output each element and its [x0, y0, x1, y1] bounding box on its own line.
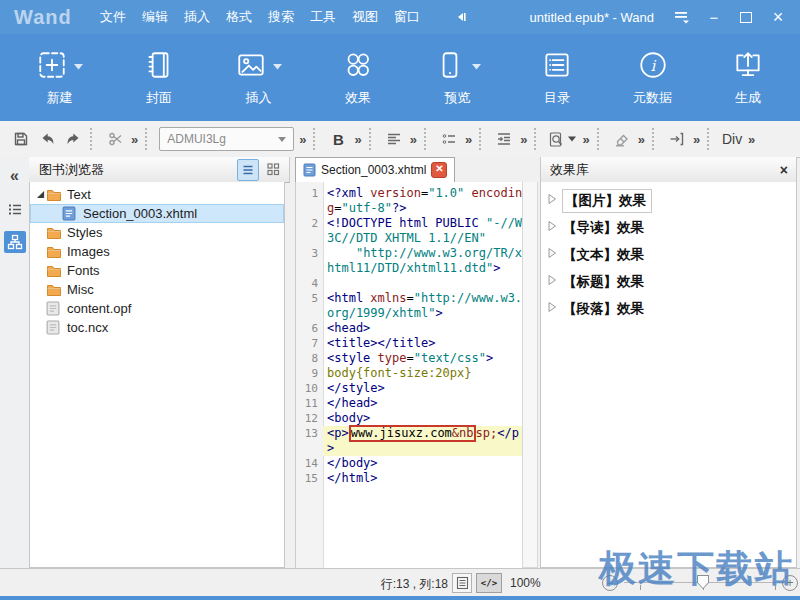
menu-item-6[interactable]: 工具 — [310, 8, 336, 26]
toolbar-grip[interactable] — [90, 128, 96, 150]
tree-item-text[interactable]: Text — [30, 185, 284, 204]
tree-item-misc[interactable]: Misc — [30, 280, 284, 299]
editor-vertical-scrollbar[interactable] — [522, 182, 538, 568]
overflow-chevron[interactable]: » — [693, 132, 700, 147]
expand-arrow-icon[interactable] — [547, 301, 563, 316]
code-line-10[interactable]: 10</style> — [296, 381, 524, 396]
effects-item-1[interactable]: 【图片】效果 — [541, 187, 796, 214]
toolbar-button-generate-export[interactable]: 生成 — [732, 48, 764, 107]
undo-button[interactable] — [34, 127, 60, 151]
toolbar-grip[interactable] — [313, 128, 319, 150]
close-button[interactable]: × — [764, 5, 792, 29]
code-line-14[interactable]: 14</body> — [296, 456, 524, 471]
code-line-1[interactable]: 1<?xml version="1.0" encoding="utf-8"?> — [296, 186, 524, 216]
font-family-select[interactable]: ADMUI3Lg — [159, 127, 294, 151]
tree-item-toc-ncx[interactable]: toc.ncx — [30, 318, 284, 337]
code-line-4[interactable]: 4 — [296, 276, 524, 291]
code-line-5[interactable]: 5<html xmlns="http://www.w3.org/1999/xht… — [296, 291, 524, 321]
window-menu-button[interactable] — [668, 5, 696, 29]
menu-item-7[interactable]: 视图 — [352, 8, 378, 26]
code-line-2[interactable]: 2<!DOCTYPE html PUBLIC "-//W3C//DTD XHTM… — [296, 216, 524, 246]
toolbar-grip[interactable] — [534, 128, 540, 150]
overflow-chevron[interactable]: » — [354, 132, 361, 147]
bold-button[interactable]: B — [325, 127, 351, 151]
menu-item-5[interactable]: 搜索 — [268, 8, 294, 26]
tree-expanded-icon[interactable] — [34, 190, 46, 199]
toolbar-grip[interactable] — [369, 128, 375, 150]
tab-close-icon[interactable]: ✕ — [431, 162, 447, 178]
toolbar-grip[interactable] — [145, 128, 151, 150]
code-view[interactable]: 1<?xml version="1.0" encoding="utf-8"?>2… — [295, 182, 524, 568]
redo-button[interactable] — [60, 127, 86, 151]
menu-item-2[interactable]: 编辑 — [142, 8, 168, 26]
expand-arrow-icon[interactable] — [547, 220, 563, 235]
code-line-6[interactable]: 6<head> — [296, 321, 524, 336]
menu-item-4[interactable]: 格式 — [226, 8, 252, 26]
minimize-button[interactable]: − — [700, 5, 728, 29]
cut-button[interactable] — [102, 127, 128, 151]
menu-item-1[interactable]: 文件 — [100, 8, 126, 26]
find-preview-button[interactable] — [546, 127, 579, 151]
effects-item-2[interactable]: 【导读】效果 — [541, 214, 796, 241]
overflow-chevron[interactable]: » — [520, 132, 527, 147]
list-button[interactable] — [436, 127, 462, 151]
tree-item-fonts[interactable]: Fonts — [30, 261, 284, 280]
overflow-chevron[interactable]: » — [465, 132, 472, 147]
code-view-button[interactable]: </> — [476, 573, 502, 593]
expand-arrow-icon[interactable] — [547, 274, 563, 289]
overflow-chevron[interactable]: » — [638, 132, 645, 147]
indent-button[interactable] — [491, 127, 517, 151]
toolbar-button-new-document[interactable]: 新建 — [36, 48, 83, 107]
overflow-chevron[interactable]: » — [582, 132, 589, 147]
div-button[interactable]: Div — [719, 127, 745, 151]
toolbar-grip[interactable] — [479, 128, 485, 150]
overflow-chevron[interactable]: » — [299, 132, 306, 147]
overflow-chevron[interactable]: » — [748, 132, 755, 147]
effects-close-icon[interactable]: × — [780, 162, 788, 178]
code-line-7[interactable]: 7<title></title> — [296, 336, 524, 351]
menu-item-8[interactable]: 窗口 — [394, 8, 420, 26]
tree-item-images[interactable]: Images — [30, 242, 284, 261]
toolbar-button-metadata-info[interactable]: i元数据 — [633, 48, 672, 107]
tab-section-0003[interactable]: Section_0003.xhtml ✕ — [295, 157, 455, 182]
toolbar-button-preview-phone[interactable]: 预览 — [434, 48, 481, 107]
overflow-chevron[interactable]: » — [410, 132, 417, 147]
toolbar-button-effects-clover[interactable]: 效果 — [342, 48, 374, 107]
book-view-button[interactable] — [452, 573, 472, 593]
toolbar-grip[interactable] — [652, 128, 658, 150]
overflow-chevron[interactable]: » — [131, 132, 138, 147]
toolbar-grip[interactable] — [424, 128, 430, 150]
expand-arrow-icon[interactable] — [547, 247, 563, 262]
toolbar-button-insert-image[interactable]: 插入 — [235, 48, 282, 107]
structure-view-button[interactable] — [4, 231, 26, 253]
insert-panel-button[interactable] — [664, 127, 690, 151]
toolbar-grip[interactable] — [707, 128, 713, 150]
code-line-11[interactable]: 11</head> — [296, 396, 524, 411]
maximize-button[interactable] — [732, 5, 760, 29]
code-line-3[interactable]: 3 "http://www.w3.org/TR/xhtml11/DTD/xhtm… — [296, 246, 524, 276]
align-button[interactable] — [381, 127, 407, 151]
erase-format-button[interactable] — [609, 127, 635, 151]
effects-item-3[interactable]: 【文本】效果 — [541, 241, 796, 268]
code-line-9[interactable]: 9body{font-size:20px} — [296, 366, 524, 381]
code-line-8[interactable]: 8<style type="text/css"> — [296, 351, 524, 366]
grid-view-button[interactable] — [263, 159, 283, 179]
toolbar-button-cover-book[interactable]: 封面 — [143, 48, 175, 107]
collapse-toolbar-button[interactable] — [454, 10, 468, 24]
expand-arrow-icon[interactable] — [547, 193, 563, 208]
code-line-13[interactable]: 13<p>www.jisuxz.com&nbsp;</p> — [296, 426, 524, 456]
code-line-12[interactable]: 12<body> — [296, 411, 524, 426]
collapse-panel-button[interactable]: « — [4, 165, 26, 187]
code-line-15[interactable]: 15</html> — [296, 471, 524, 486]
effects-item-4[interactable]: 【标题】效果 — [541, 268, 796, 295]
menu-item-3[interactable]: 插入 — [184, 8, 210, 26]
book-browser-list-button[interactable] — [4, 198, 26, 220]
effects-item-5[interactable]: 【段落】效果 — [541, 295, 796, 322]
tree-item-section-0003-xhtml[interactable]: Section_0003.xhtml — [30, 204, 284, 223]
tree-item-styles[interactable]: Styles — [30, 223, 284, 242]
list-view-button[interactable] — [237, 159, 259, 181]
save-button[interactable] — [8, 127, 34, 151]
toolbar-grip[interactable] — [597, 128, 603, 150]
toolbar-button-toc-list[interactable]: 目录 — [541, 48, 573, 107]
tree-item-content-opf[interactable]: content.opf — [30, 299, 284, 318]
